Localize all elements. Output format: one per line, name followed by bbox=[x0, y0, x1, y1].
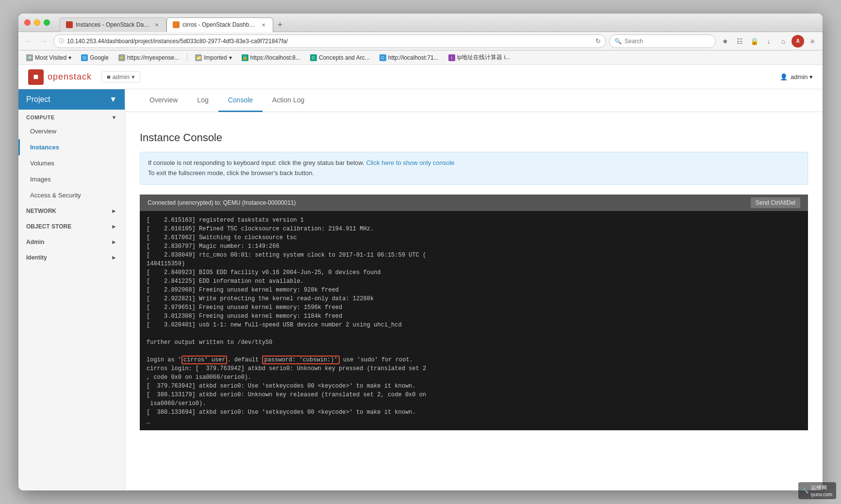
admin-label: Admin bbox=[26, 239, 44, 245]
console-line-login: login as 'cirros' user. default password… bbox=[147, 356, 801, 364]
info-box: If console is not responding to keyboard… bbox=[140, 152, 808, 185]
refresh-icon[interactable]: ↻ bbox=[595, 37, 601, 45]
admin-section-header[interactable]: Admin ► bbox=[18, 234, 125, 250]
watermark-url: iyunv.com bbox=[811, 492, 832, 497]
overview-label: Overview bbox=[30, 128, 56, 135]
admin-domain-selector[interactable]: ■ admin ▾ bbox=[101, 71, 140, 82]
console-line-3: [ 2.617062] Switching to clocksource tsc bbox=[147, 233, 801, 242]
bookmark-most-visited[interactable]: 👁 Most Visited ▾ bbox=[22, 53, 75, 62]
localhost8-label: https://localhost:8... bbox=[250, 54, 300, 61]
home-icon[interactable]: ⌂ bbox=[777, 35, 790, 48]
bookmark-localhost71[interactable]: C http://localhost:71... bbox=[376, 53, 443, 62]
title-bar: Instances - OpenStack Das... ✕ cirros - … bbox=[18, 14, 823, 32]
page-inner: Instance Console If console is not respo… bbox=[125, 122, 823, 440]
volumes-label: Volumes bbox=[30, 160, 54, 167]
objectstore-section-header[interactable]: OBJECT STORE ► bbox=[18, 219, 125, 234]
tab-close-2[interactable]: ✕ bbox=[260, 21, 267, 28]
new-tab-button[interactable]: + bbox=[273, 18, 287, 32]
browser-tab-2[interactable]: cirros - OpenStack Dashbo... ✕ bbox=[166, 17, 273, 32]
menu-icon[interactable]: ≡ bbox=[806, 35, 819, 48]
network-section-header[interactable]: NETWORK ► bbox=[18, 203, 125, 219]
ipaddr-favicon: i bbox=[448, 54, 455, 61]
console-line-tty: further output written to /dev/ttyS0 bbox=[147, 338, 801, 347]
sidebar-item-images[interactable]: Images bbox=[18, 171, 125, 187]
console-line-blank1 bbox=[147, 329, 801, 338]
bookmark-concepts[interactable]: C Concepts and Arc... bbox=[306, 53, 374, 62]
sidebar-admin-section: Admin ► bbox=[18, 234, 125, 250]
compute-label: COMPUTE bbox=[26, 114, 55, 120]
access-security-label: Access & Security bbox=[30, 192, 81, 199]
bookmark-localhost8[interactable]: 🔒 https://localhost:8... bbox=[238, 53, 304, 62]
sidebar-item-volumes[interactable]: Volumes bbox=[18, 155, 125, 171]
console-line-5: [ 2.838049] rtc_cmos 00:01: setting syst… bbox=[147, 251, 801, 260]
console-line-4: [ 2.830797] Magic number: 1:149:266 bbox=[147, 242, 801, 251]
bookmark-ipaddr[interactable]: i ip地址在线计算器 i... bbox=[445, 52, 514, 63]
imported-label: Imported bbox=[204, 54, 227, 61]
bookmark-google[interactable]: G Google bbox=[77, 53, 113, 62]
admin-chevron: ► bbox=[111, 239, 117, 245]
browser-tab-1[interactable]: Instances - OpenStack Das... ✕ bbox=[60, 17, 166, 32]
google-favicon: G bbox=[81, 54, 88, 61]
os-logo-text: openstack bbox=[48, 72, 92, 82]
myexpense-label: https://myexpense... bbox=[127, 54, 179, 61]
close-button[interactable] bbox=[24, 19, 31, 26]
console-line-11: [ 3.012308] Freeing unused kernel memory… bbox=[147, 312, 801, 321]
download-icon[interactable]: ↓ bbox=[762, 35, 775, 48]
send-ctrl-alt-del-button[interactable]: Send CtrlAltDel bbox=[751, 197, 800, 208]
url-input-wrap[interactable]: ⓘ 10.140.253.44/dashboard/project/instan… bbox=[53, 34, 606, 48]
identity-section-header[interactable]: Identity ► bbox=[18, 250, 125, 265]
search-box[interactable]: 🔍 bbox=[609, 34, 716, 48]
identity-chevron: ► bbox=[111, 254, 117, 261]
bookmark-imported[interactable]: 📁 Imported ▾ bbox=[191, 53, 235, 62]
user-menu[interactable]: 👤 admin ▾ bbox=[780, 73, 813, 81]
console-screen[interactable]: [ 2.615163] registered taskstats version… bbox=[140, 211, 808, 430]
page-content: Overview Log Console Action Log Instance… bbox=[125, 89, 823, 490]
star-icon[interactable]: ★ bbox=[719, 35, 731, 48]
console-line-9: [ 2.922821] Write protecting the kernel … bbox=[147, 294, 801, 303]
most-visited-favicon: 👁 bbox=[26, 54, 33, 61]
forward-button[interactable]: → bbox=[38, 35, 50, 48]
console-only-link[interactable]: Click here to show only console bbox=[366, 159, 455, 166]
tab-action-log[interactable]: Action Log bbox=[263, 89, 314, 112]
compute-section-header[interactable]: COMPUTE ▼ bbox=[18, 110, 125, 123]
info-text-2: To exit the fullscreen mode, click the b… bbox=[148, 169, 314, 177]
ipaddr-label: ip地址在线计算器 i... bbox=[457, 53, 510, 62]
watermark-text: 运维网iyunv.com bbox=[811, 484, 832, 497]
console-status: Connected (unencrypted) to: QEMU (Instan… bbox=[148, 199, 296, 206]
sidebar-item-instances[interactable]: Instances bbox=[18, 139, 125, 155]
console-line-blank2 bbox=[147, 347, 801, 356]
tab-log[interactable]: Log bbox=[187, 89, 218, 112]
tab-title-1: Instances - OpenStack Das... bbox=[76, 21, 150, 28]
minimize-button[interactable] bbox=[34, 19, 40, 26]
sidebar-item-overview[interactable]: Overview bbox=[18, 123, 125, 139]
tab-console[interactable]: Console bbox=[218, 89, 263, 112]
sidebar-item-access-security[interactable]: Access & Security bbox=[18, 187, 125, 203]
watermark-icon: 🔧 bbox=[802, 488, 809, 494]
os-header: ■ openstack ■ admin ▾ 👤 admin ▾ bbox=[18, 65, 823, 89]
console-line-13: cirros login: [ 379.763942] atkbd serio0… bbox=[147, 364, 801, 373]
console-line-8: [ 2.892968] Freeing unused kernel memory… bbox=[147, 286, 801, 294]
sidebar-objectstore-section: OBJECT STORE ► bbox=[18, 219, 125, 234]
maximize-button[interactable] bbox=[44, 19, 50, 26]
back-button[interactable]: ← bbox=[22, 35, 35, 48]
sidebar-identity-section: Identity ► bbox=[18, 250, 125, 265]
localhost71-favicon: C bbox=[379, 54, 386, 61]
bookmark-myexpense[interactable]: ⚡ https://myexpense... bbox=[115, 53, 183, 62]
console-line-15: [ 380.133179] atkbd serio0: Unknown key … bbox=[147, 390, 801, 399]
cirros-highlight: cirros' user bbox=[181, 356, 227, 364]
network-chevron: ► bbox=[111, 208, 117, 214]
lock-icon: ⓘ bbox=[59, 37, 64, 45]
shield-icon[interactable]: 🔒 bbox=[748, 35, 760, 48]
tab-overview[interactable]: Overview bbox=[140, 89, 187, 112]
search-input[interactable] bbox=[625, 38, 710, 45]
reader-icon[interactable]: ☷ bbox=[733, 35, 746, 48]
user-avatar[interactable]: A bbox=[792, 35, 804, 48]
tab-close-1[interactable]: ✕ bbox=[153, 21, 160, 28]
sidebar-project[interactable]: Project ▼ bbox=[18, 89, 125, 110]
info-text-1: If console is not responding to keyboard… bbox=[148, 159, 364, 166]
console-header: Connected (unencrypted) to: QEMU (Instan… bbox=[140, 195, 808, 211]
imported-favicon: 📁 bbox=[195, 54, 202, 61]
concepts-favicon: C bbox=[310, 54, 317, 61]
watermark: 🔧 运维网iyunv.com bbox=[798, 482, 836, 499]
password-highlight: password: 'cubswin:)' bbox=[262, 356, 339, 364]
